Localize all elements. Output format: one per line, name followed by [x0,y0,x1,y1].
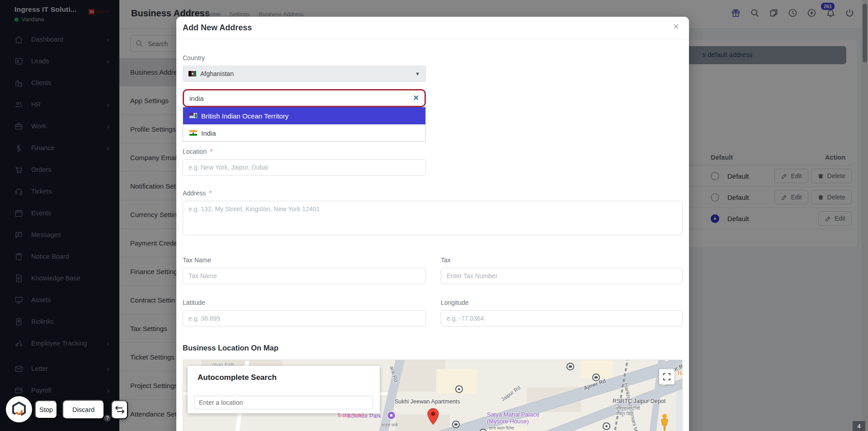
map-pin-icon[interactable] [427,408,439,425]
required-asterisk: * [210,148,212,155]
app-root: Ingress IT Soluti... Vandana IN GRESS Da… [0,0,868,431]
country-search-box: ✕ [183,89,426,107]
india-flag-icon [189,130,197,136]
option-india[interactable]: India [183,124,425,142]
location-input[interactable] [183,159,426,175]
tax-name-input[interactable] [183,268,426,284]
tax-name-label: Tax Name [183,256,426,264]
tax-number-input[interactable] [441,268,683,284]
business-location-map[interactable]: ghan Path ank Rd Sukhi Jeewan Apartments… [183,360,683,431]
map-block [676,387,683,431]
country-selected-value: Afghanistan [200,70,234,77]
map-label-rsrtc: RSRTC Jaipur Depot [613,398,665,404]
modal-body: Country Afghanistan ▼ ✕ British Indian O… [176,39,689,431]
caret-down-icon: ▼ [415,71,420,76]
map-label-rsrtc-hindi-1: आरएसआरटीसी [615,406,640,411]
help-badge[interactable]: ? [104,415,111,422]
address-label: Address* [183,189,683,197]
bus-stop-icon[interactable] [452,421,460,428]
add-address-modal: Add New Address × Country Afghanistan ▼ … [176,17,689,431]
corner-count-badge: 4 [853,421,865,431]
address-textarea[interactable] [183,201,683,235]
map-label-sukhi: Sukhi Jeewan Apartments [395,398,460,405]
pegman-icon[interactable] [660,413,670,431]
map-label-satya-1: Satya Mahal Palace [487,411,539,418]
discard-button[interactable]: Discard [62,400,104,419]
latitude-label: Latitude [183,298,426,306]
option-british-indian-ocean-territory[interactable]: British Indian Ocean Territory [183,107,425,124]
science-park-icon[interactable] [387,411,396,420]
required-asterisk: * [209,189,212,196]
biot-flag-icon [189,113,197,118]
modal-header: Add New Address × [176,17,689,39]
map-block [396,414,450,431]
map-label-satya-2: (Mysore House) [487,418,528,425]
tax-label: Tax [441,256,683,264]
autocomplete-card: Autocomplete Search [188,366,380,413]
afghanistan-flag-icon [189,71,196,76]
stop-button[interactable]: Stop [35,400,57,419]
recorder-logo[interactable] [6,396,32,422]
autocomplete-input[interactable] [194,396,373,409]
country-search-input[interactable] [186,92,407,104]
autocomplete-title: Autocomplete Search [198,373,380,382]
close-icon[interactable]: × [673,22,679,32]
swap-arrows-icon [115,406,124,414]
location-label: Location* [183,147,683,155]
bus-stop-icon[interactable] [566,363,574,370]
modal-title: Add New Address [183,23,252,33]
clear-icon[interactable]: ✕ [413,94,419,102]
map-label-satya-hindi: सत्य महल पैलेस [489,426,514,431]
map-label-jaipur-rd-1: Jaipur Rd [500,385,521,403]
map-label-orange-fragment: HA [678,370,683,376]
map-label-rsrtc-hindi-2: जयपुर डिपो [615,411,633,417]
map-label-science-park-hindi: साइंस पार्क [381,422,398,428]
latitude-input[interactable] [183,310,426,327]
transit-stop-icon[interactable] [603,422,610,430]
country-select[interactable]: Afghanistan ▼ [183,66,426,82]
country-label: Country [183,54,683,62]
transit-stop-icon[interactable] [455,385,463,393]
map-section-heading: Business Location On Map [183,344,683,352]
longitude-label: Longitude [441,298,683,306]
country-options-list: British Indian Ocean Territory India [183,107,426,142]
longitude-input[interactable] [441,310,683,327]
swap-button[interactable] [111,400,128,419]
fullscreen-icon[interactable] [659,369,675,384]
